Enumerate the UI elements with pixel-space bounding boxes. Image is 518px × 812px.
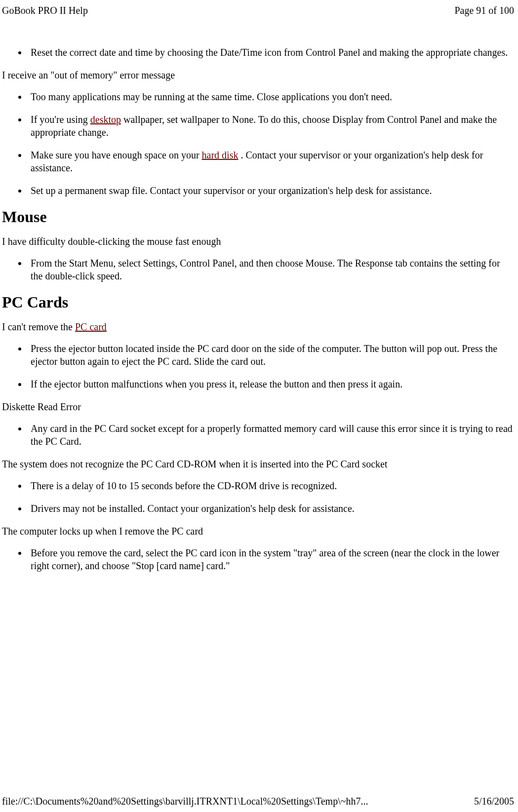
list-lockup: Before you remove the card, select the P… (2, 546, 514, 572)
issue-cdrom-not-recognized: The system does not recognize the PC Car… (2, 458, 514, 470)
list-item: Reset the correct date and time by choos… (28, 46, 514, 59)
heading-mouse: Mouse (2, 208, 514, 226)
pc-card-link[interactable]: PC card (75, 321, 107, 332)
page-header: GoBook PRO II Help Page 91 of 100 (0, 0, 518, 16)
header-page: Page 91 of 100 (454, 5, 514, 16)
list-memory: Too many applications may be running at … (2, 90, 514, 197)
issue-memory: I receive an "out of memory" error messa… (2, 69, 514, 81)
list-item: If you're using desktop wallpaper, set w… (28, 113, 514, 139)
issue-diskette-error: Diskette Read Error (2, 400, 514, 413)
main-content: Reset the correct date and time by choos… (0, 46, 518, 572)
footer-date: 5/16/2005 (474, 796, 514, 807)
list-pc-card-remove: Press the ejector button located inside … (2, 342, 514, 390)
issue-pc-card-remove: I can't remove the PC card (2, 320, 514, 333)
list-cdrom: There is a delay of 10 to 15 seconds bef… (2, 479, 514, 515)
list-item: Drivers may not be installed. Contact yo… (28, 502, 514, 515)
header-title: GoBook PRO II Help (2, 5, 88, 16)
list-item: Press the ejector button located inside … (28, 342, 514, 368)
list-mouse: From the Start Menu, select Settings, Co… (2, 257, 514, 282)
list-datetime: Reset the correct date and time by choos… (2, 46, 514, 59)
hard-disk-link[interactable]: hard disk (202, 150, 239, 160)
desktop-link[interactable]: desktop (90, 114, 121, 125)
footer-path: file://C:\Documents%20and%20Settings\bar… (2, 796, 368, 807)
text-prefix: I can't remove the (2, 321, 75, 332)
text-prefix: Make sure you have enough space on your (31, 150, 202, 160)
text-prefix: If you're using (31, 114, 90, 125)
list-item: Set up a permanent swap file. Contact yo… (28, 184, 514, 197)
list-item: Any card in the PC Card socket except fo… (28, 422, 514, 448)
issue-lockup: The computer locks up when I remove the … (2, 525, 514, 538)
heading-pc-cards: PC Cards (2, 293, 514, 311)
list-diskette-error: Any card in the PC Card socket except fo… (2, 422, 514, 448)
list-item: There is a delay of 10 to 15 seconds bef… (28, 479, 514, 492)
issue-double-click: I have difficulty double-clicking the mo… (2, 235, 514, 248)
page-footer: file://C:\Documents%20and%20Settings\bar… (2, 796, 514, 807)
list-item: Too many applications may be running at … (28, 90, 514, 103)
list-item: Before you remove the card, select the P… (28, 546, 514, 572)
list-item: Make sure you have enough space on your … (28, 149, 514, 174)
list-item: If the ejector button malfunctions when … (28, 378, 514, 390)
list-item: From the Start Menu, select Settings, Co… (28, 257, 514, 282)
